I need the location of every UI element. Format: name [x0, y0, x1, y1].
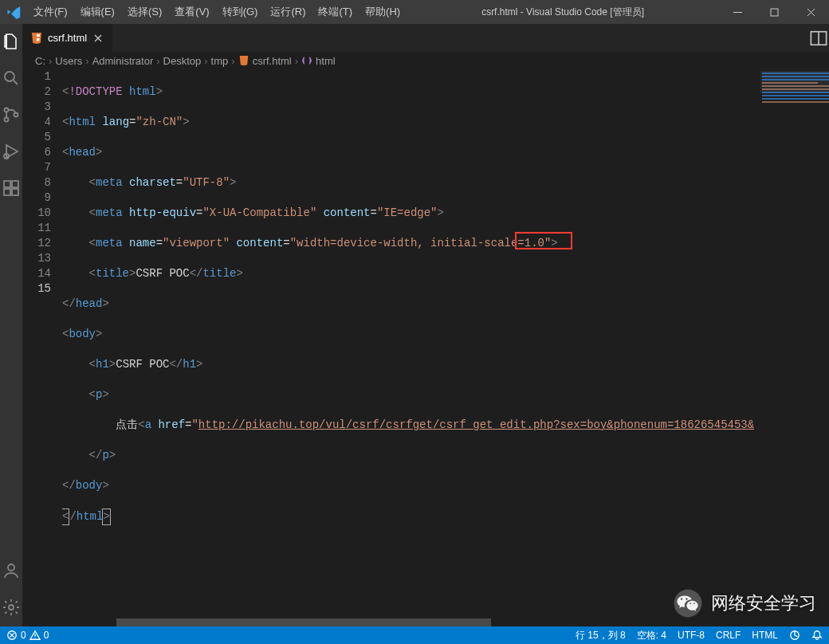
extensions-icon[interactable] [0, 177, 22, 199]
source-control-icon[interactable] [0, 104, 22, 126]
status-indent[interactable]: 空格: 4 [637, 629, 666, 642]
minimap[interactable] [754, 69, 829, 626]
code-content[interactable]: <!DOCTYPE html> <html lang="zh-CN"> <hea… [62, 69, 754, 626]
svg-point-5 [14, 113, 18, 117]
crumb-symbol-label: html [316, 55, 336, 67]
crumb-tmp[interactable]: tmp [211, 55, 229, 67]
svg-rect-0 [733, 12, 742, 13]
svg-point-12 [9, 605, 14, 610]
minimize-button[interactable] [719, 0, 756, 24]
line-number-gutter: 1 2 3 4 5 6 7 8 9 10 11 12 13 14 15 [22, 69, 62, 626]
tab-csrf-html[interactable]: csrf.html [22, 24, 113, 52]
code-editor[interactable]: 1 2 3 4 5 6 7 8 9 10 11 12 13 14 15 <!DO… [22, 69, 829, 626]
svg-rect-8 [4, 189, 10, 195]
run-debug-icon[interactable] [0, 140, 22, 163]
scrollbar-thumb-horizontal[interactable] [116, 618, 491, 626]
tab-close-icon[interactable] [92, 32, 104, 45]
accounts-icon[interactable] [0, 560, 22, 582]
status-bar: 0 0 行 15，列 8 空格: 4 UTF-8 CRLF HTML [0, 626, 829, 644]
crumb-c[interactable]: C: [35, 55, 45, 67]
svg-rect-10 [12, 181, 18, 187]
href-url[interactable]: http://pikachu.top/vul/csrf/csrfget/csrf… [198, 418, 754, 431]
crumb-desktop[interactable]: Desktop [163, 55, 202, 67]
close-button[interactable] [792, 0, 829, 24]
menu-bar: 文件(F) 编辑(E) 选择(S) 查看(V) 转到(G) 运行(R) 终端(T… [27, 0, 407, 24]
search-icon[interactable] [0, 67, 22, 89]
svg-point-2 [5, 72, 14, 81]
crumb-file[interactable]: csrf.html [238, 55, 292, 67]
menu-terminal[interactable]: 终端(T) [312, 0, 359, 24]
html-file-icon [30, 32, 43, 45]
breadcrumbs[interactable]: C:› Users› Administrator› Desktop› tmp› … [22, 52, 829, 69]
wechat-icon [673, 588, 703, 618]
status-eol[interactable]: CRLF [716, 630, 741, 641]
menu-go[interactable]: 转到(G) [216, 0, 265, 24]
crumb-users[interactable]: Users [55, 55, 82, 67]
svg-rect-9 [12, 189, 18, 195]
svg-point-11 [8, 564, 14, 571]
maximize-button[interactable] [756, 0, 792, 24]
editor-area: csrf.html C:› Users› Administrator› Desk… [22, 24, 829, 626]
status-bell-icon[interactable] [811, 630, 823, 641]
status-feedback-icon[interactable] [789, 630, 800, 641]
window-controls [719, 0, 829, 24]
window-title: csrf.html - Visual Studio Code [管理员] [407, 6, 719, 19]
split-editor-icon[interactable] [810, 29, 827, 47]
activity-bar [0, 24, 22, 626]
horizontal-scrollbar[interactable] [61, 618, 829, 626]
svg-point-4 [5, 118, 9, 122]
status-encoding[interactable]: UTF-8 [678, 630, 705, 641]
title-bar: 文件(F) 编辑(E) 选择(S) 查看(V) 转到(G) 运行(R) 终端(T… [0, 0, 829, 24]
menu-file[interactable]: 文件(F) [27, 0, 74, 24]
watermark: 网络安全学习 [673, 588, 816, 618]
editor-tabs: csrf.html [22, 24, 829, 52]
menu-run[interactable]: 运行(R) [264, 0, 312, 24]
menu-select[interactable]: 选择(S) [121, 0, 168, 24]
menu-edit[interactable]: 编辑(E) [74, 0, 121, 24]
watermark-text: 网络安全学习 [711, 591, 816, 615]
menu-view[interactable]: 查看(V) [168, 0, 215, 24]
explorer-icon[interactable] [0, 30, 22, 53]
crumb-file-label: csrf.html [253, 55, 292, 67]
status-warning-count: 0 [44, 630, 49, 641]
status-problems[interactable]: 0 0 [6, 630, 49, 641]
status-cursor[interactable]: 行 15，列 8 [576, 629, 626, 642]
menu-help[interactable]: 帮助(H) [359, 0, 407, 24]
svg-rect-7 [4, 181, 10, 187]
svg-rect-1 [771, 9, 778, 16]
status-language[interactable]: HTML [752, 630, 778, 641]
settings-gear-icon[interactable] [0, 596, 22, 618]
vscode-logo-icon [6, 5, 21, 19]
tab-label: csrf.html [48, 32, 87, 44]
html-file-icon [238, 55, 249, 66]
crumb-admin[interactable]: Administrator [92, 55, 154, 67]
crumb-symbol[interactable]: html [301, 55, 336, 67]
status-error-count: 0 [21, 630, 26, 641]
symbol-icon [301, 55, 312, 66]
svg-point-3 [5, 108, 9, 112]
